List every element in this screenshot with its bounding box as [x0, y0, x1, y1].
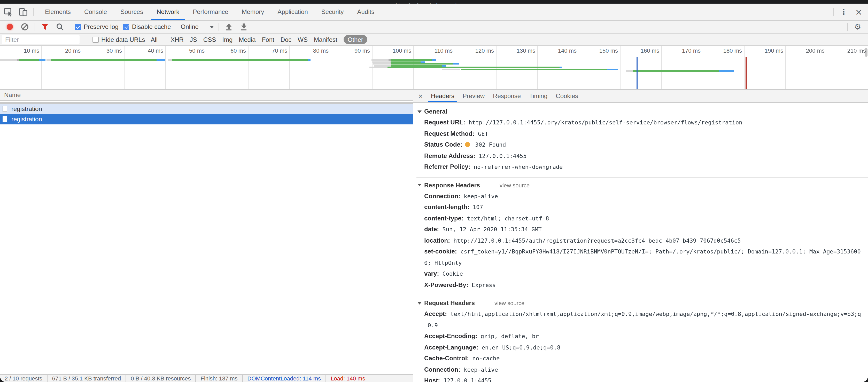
filter-type-manifest[interactable]: Manifest [314, 36, 337, 43]
header-key: X-Powered-By: [424, 281, 468, 288]
waterfall-segment [371, 59, 389, 61]
request-name: registration [11, 116, 42, 123]
header-row: Remote Address: 127.0.0.1:4455 [424, 150, 868, 162]
tab-console[interactable]: Console [78, 4, 114, 20]
close-devtools-icon[interactable]: × [854, 7, 864, 17]
tab-security[interactable]: Security [315, 4, 350, 20]
disable-cache-checkbox[interactable]: Disable cache [123, 23, 171, 30]
timeline-tick-label: 50 ms [168, 47, 205, 54]
section-header[interactable]: Response Headersview source [416, 179, 868, 191]
section-header[interactable]: Request Headersview source [416, 297, 868, 309]
view-source-link[interactable]: view source [500, 182, 530, 188]
divider [219, 23, 219, 31]
throttling-value: Online [181, 23, 199, 30]
filter-type-img[interactable]: Img [222, 36, 232, 43]
filter-icon[interactable] [40, 22, 50, 32]
header-divider [0, 101, 413, 104]
tab-elements[interactable]: Elements [38, 4, 78, 20]
header-row: Connection: keep-alive [424, 191, 868, 202]
search-icon[interactable] [55, 22, 65, 32]
detail-tab-cookies[interactable]: Cookies [552, 90, 582, 102]
header-key: content-type: [424, 214, 463, 222]
detail-pane: × HeadersPreviewResponseTimingCookies Ge… [413, 90, 868, 382]
waterfall-segment [17, 59, 19, 61]
divider [35, 23, 35, 31]
filter-type-css[interactable]: CSS [203, 36, 216, 43]
timeline-tick-label: 10 ms [3, 47, 39, 54]
detail-tab-preview[interactable]: Preview [459, 90, 489, 102]
filter-type-xhr[interactable]: XHR [170, 36, 184, 43]
column-header-name[interactable]: Name [0, 90, 413, 101]
throttling-select[interactable]: Online [181, 23, 214, 30]
waterfall-segment [374, 65, 391, 66]
status-item: DOMContentLoaded: 114 ms [242, 375, 326, 382]
status-item: 0 B / 40.3 KB resources [126, 375, 195, 382]
network-overview[interactable]: 10 ms20 ms30 ms40 ms50 ms60 ms70 ms80 ms… [0, 46, 868, 90]
close-detail-icon[interactable]: × [415, 90, 426, 102]
timeline-tick-label: 40 ms [127, 47, 163, 54]
filter-type-other[interactable]: Other [344, 35, 367, 44]
tab-performance[interactable]: Performance [186, 4, 235, 20]
header-key: Referrer Policy: [424, 163, 470, 170]
waterfall-segment [633, 70, 719, 72]
timeline-tick-label: 190 ms [747, 47, 783, 54]
detail-tab-response[interactable]: Response [489, 90, 525, 102]
request-name: registration [11, 105, 42, 112]
header-row: Request URL: http://127.0.0.1:4455/.ory/… [424, 117, 868, 128]
header-key: Request Method: [424, 130, 474, 137]
tab-memory[interactable]: Memory [235, 4, 271, 20]
waterfall-segment [308, 59, 311, 61]
tab-application[interactable]: Application [271, 4, 314, 20]
section-request-headers: Request Headersview sourceAccept: text/h… [416, 295, 868, 382]
header-row: vary: Cookie [424, 269, 868, 280]
header-value: text/html; charset=utf-8 [463, 215, 549, 222]
triangle-down-icon [417, 184, 422, 186]
detail-tab-timing[interactable]: Timing [525, 90, 552, 102]
header-value: no-referrer-when-downgrade [470, 164, 563, 170]
waterfall-segment [560, 67, 562, 68]
table-row-registration[interactable]: registration [0, 104, 413, 114]
timeline-tick-label: 180 ms [706, 47, 742, 54]
record-icon[interactable] [5, 22, 15, 32]
header-row: content-length: 107 [424, 202, 868, 213]
timeline-gridline [331, 46, 331, 89]
tab-audits[interactable]: Audits [350, 4, 381, 20]
hide-data-urls-checkbox[interactable]: Hide data URLs [92, 36, 145, 43]
header-key: Request URL: [424, 119, 465, 126]
header-key: vary: [424, 270, 439, 277]
export-har-icon[interactable] [239, 22, 249, 32]
clear-icon[interactable] [20, 22, 30, 32]
timeline-gridline [124, 46, 125, 89]
filter-input[interactable] [2, 35, 80, 44]
filter-type-media[interactable]: Media [239, 36, 255, 43]
timeline-tick-label: 210 ms [830, 47, 866, 54]
filter-type-ws[interactable]: WS [298, 36, 308, 43]
table-row-registration[interactable]: registration [0, 114, 413, 125]
divider [164, 35, 164, 44]
view-source-link[interactable]: view source [494, 300, 524, 306]
filter-type-doc[interactable]: Doc [281, 36, 292, 43]
timeline-tick-label: 20 ms [44, 47, 81, 54]
device-toolbar-icon[interactable] [18, 7, 28, 17]
inspect-icon[interactable] [3, 7, 13, 17]
tab-sources[interactable]: Sources [114, 4, 150, 20]
timeline-tick-label: 130 ms [499, 47, 535, 54]
header-value: Cookie [439, 271, 463, 277]
settings-gear-icon[interactable]: ⚙ [852, 22, 863, 32]
timeline-tick-label: 170 ms [664, 47, 701, 54]
more-options-icon[interactable]: ⋮ [839, 7, 849, 17]
preserve-log-checkbox[interactable]: Preserve log [75, 23, 119, 30]
filter-type-font[interactable]: Font [262, 36, 274, 43]
page-banner: Use the form below to sign up. [0, 0, 868, 4]
detail-tab-headers[interactable]: Headers [427, 90, 459, 102]
filter-type-all[interactable]: All [151, 36, 158, 43]
import-har-icon[interactable] [224, 22, 234, 32]
header-row: content-type: text/html; charset=utf-8 [424, 213, 868, 224]
header-key: Host: [424, 377, 440, 382]
waterfall-segment [391, 61, 421, 63]
section-header[interactable]: General [416, 106, 868, 117]
filter-type-js[interactable]: JS [190, 36, 197, 43]
header-value: Sun, 12 Apr 2020 11:35:34 GMT [439, 226, 541, 233]
tab-network[interactable]: Network [150, 4, 186, 20]
timeline-gridline [620, 46, 621, 89]
